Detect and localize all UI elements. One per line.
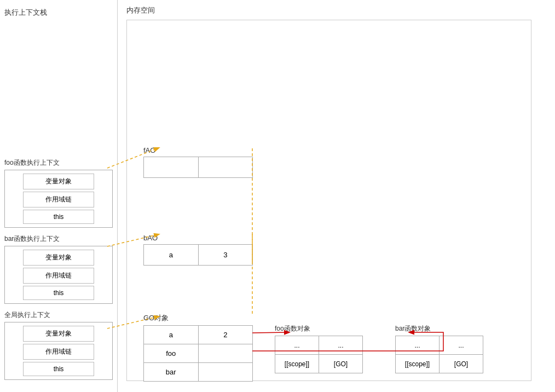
bar-context-block: bar函数执行上下文 变量对象 作用域链 this [4, 234, 113, 304]
foo-context-block: foo函数执行上下文 变量对象 作用域链 this [4, 158, 113, 228]
global-scope-chain: 作用域链 [23, 344, 94, 360]
left-panel: 执行上下文栈 foo函数执行上下文 变量对象 作用域链 this bar函数执行… [0, 0, 118, 392]
foo-variable-obj: 变量对象 [23, 174, 94, 189]
right-panel: 内存空间 fAO bAO a 3 [118, 0, 555, 392]
bao-table: a 3 [143, 244, 253, 266]
go-row2-col2 [198, 344, 252, 363]
global-this: this [23, 362, 94, 376]
fao-cell-2 [198, 157, 253, 178]
foo-obj-r1c2: ... [319, 336, 363, 355]
bar-obj-r1c1: ... [396, 336, 440, 355]
bar-obj-r1c2: ... [440, 336, 483, 355]
foo-obj-go: [GO] [319, 355, 363, 373]
foo-obj-r1c1: ... [275, 336, 319, 355]
bar-obj-label: bar函数对象 [395, 324, 483, 333]
global-context-block: 全局执行上下文 变量对象 作用域链 this [4, 310, 113, 380]
bar-context-box: 变量对象 作用域链 this [4, 246, 113, 304]
bar-scope-chain: 作用域链 [23, 268, 94, 284]
bao-cell-a: a [144, 245, 199, 266]
memory-area: fAO bAO a 3 [126, 20, 531, 381]
global-context-box: 变量对象 作用域链 this [4, 322, 113, 380]
go-container: GO对象 a 2 foo bar [143, 313, 253, 382]
foo-obj-scope: [[scope]] [275, 355, 319, 373]
foo-this: this [23, 210, 94, 224]
foo-context-label: foo函数执行上下文 [4, 158, 113, 168]
bao-container: bAO a 3 [143, 234, 253, 266]
bao-cell-3: 3 [198, 245, 253, 266]
go-row2-col1: foo [144, 344, 199, 363]
bar-context-label: bar函数执行上下文 [4, 234, 113, 244]
go-label: GO对象 [143, 313, 253, 323]
left-panel-title: 执行上下文栈 [4, 8, 113, 18]
fao-table [143, 157, 253, 178]
foo-scope-chain: 作用域链 [23, 192, 94, 207]
main-container: 执行上下文栈 foo函数执行上下文 变量对象 作用域链 this bar函数执行… [0, 0, 555, 392]
foo-context-box: 变量对象 作用域链 this [4, 170, 113, 228]
go-row3-col1: bar [144, 363, 199, 382]
bar-obj-scope: [[scope]] [396, 355, 440, 373]
bar-obj-go: [GO] [440, 355, 483, 373]
fao-label: fAO [143, 146, 253, 154]
go-row3-col2 [198, 363, 252, 382]
right-panel-title: 内存空间 [126, 5, 546, 15]
bar-this: this [23, 286, 94, 300]
bar-variable-obj: 变量对象 [23, 250, 94, 266]
go-table: a 2 foo bar [143, 325, 253, 382]
bao-label: bAO [143, 234, 253, 242]
fao-container: fAO [143, 146, 253, 178]
global-context-label: 全局执行上下文 [4, 310, 113, 320]
foo-obj-label: foo函数对象 [275, 324, 363, 333]
go-row1-col1: a [144, 326, 199, 344]
global-variable-obj: 变量对象 [23, 326, 94, 342]
bar-obj-table: ... ... [[scope]] [GO] [395, 336, 483, 373]
foo-obj-container: foo函数对象 ... ... [[scope]] [GO] [275, 324, 363, 373]
bar-obj-container: bar函数对象 ... ... [[scope]] [GO] [395, 324, 483, 373]
go-row1-col2: 2 [198, 326, 252, 344]
foo-obj-table: ... ... [[scope]] [GO] [275, 336, 363, 373]
fao-cell-1 [144, 157, 199, 178]
